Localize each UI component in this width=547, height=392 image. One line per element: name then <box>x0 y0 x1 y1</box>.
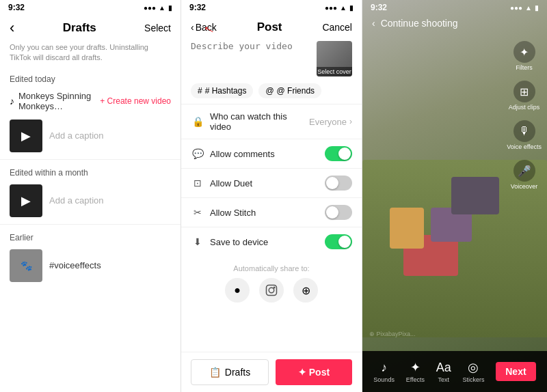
describe-row: Select cover <box>181 37 362 81</box>
allow-stitch-toggle[interactable] <box>325 205 352 220</box>
play-icon: ▶ <box>21 128 31 143</box>
text-label: Text <box>438 376 449 383</box>
setting-allow-duet: ⊡ Allow Duet <box>181 168 362 197</box>
save-to-device-label: Save to device <box>210 237 325 247</box>
wifi-icon: ▲ <box>159 4 165 12</box>
cushion-3 <box>390 208 424 249</box>
post-back-button[interactable]: ‹ Back <box>191 22 217 33</box>
chevron-left-icon: ‹ <box>191 22 194 33</box>
text-tool[interactable]: Aa Text <box>436 361 451 383</box>
drafts-select-button[interactable]: Select <box>144 23 171 33</box>
svg-point-2 <box>274 287 275 288</box>
voiceover-icon: 🎤 <box>513 160 535 182</box>
filters-tool[interactable]: ✦ Filters <box>513 41 535 71</box>
share-other-icon[interactable]: ⊕ <box>293 278 318 303</box>
post-action-bar: 📋 Drafts ✦ Post <box>181 352 362 392</box>
voice-effects-label: Voice effects <box>507 143 542 150</box>
stickers-tool[interactable]: ◎ Stickers <box>462 360 484 383</box>
filters-icon: ✦ <box>513 41 535 63</box>
draft-caption-month: Add a caption <box>49 195 104 206</box>
select-cover-label: Select cover <box>317 67 352 76</box>
draft-thumbnail-earlier: 🐾 <box>10 249 42 282</box>
sounds-tool[interactable]: ♪ Sounds <box>373 361 395 383</box>
duet-icon: ⊡ <box>191 178 204 188</box>
draft-item-month[interactable]: ▶ Add a caption <box>0 180 181 221</box>
friends-label: @ Friends <box>277 86 315 96</box>
status-bar-post: 9:32 ●●● ▲ ▮ <box>181 0 362 15</box>
status-icons-drafts: ●●● ▲ ▮ <box>144 4 172 12</box>
describe-input[interactable] <box>191 41 311 61</box>
voiceover-tool[interactable]: 🎤 Voiceover <box>511 160 538 190</box>
camera-back-button[interactable]: ‹ <box>372 18 375 29</box>
next-button[interactable]: Next <box>496 362 535 381</box>
play-icon-month: ▶ <box>21 193 31 208</box>
status-time-post: 9:32 <box>189 3 206 12</box>
draft-item-earlier[interactable]: 🐾 #voiceeffects <box>0 245 181 286</box>
cancel-button[interactable]: Cancel <box>322 22 352 33</box>
earlier-thumb-icon: 🐾 <box>21 260 32 271</box>
camera-top-bar: ‹ Continue shooting <box>362 15 547 31</box>
effects-tool[interactable]: ✦ Effects <box>406 360 425 383</box>
setting-who-can-watch[interactable]: 🔒 Who can watch this video Everyone › <box>181 104 362 139</box>
camera-status-time: 9:32 <box>371 3 387 12</box>
watermark: ⊕ PixabayPixa... <box>369 331 416 337</box>
cushion-4 <box>451 177 499 214</box>
drafts-action-button[interactable]: 📋 Drafts <box>191 359 269 385</box>
stitch-icon: ✂ <box>191 207 204 218</box>
draft-thumbnail-today: ▶ <box>10 120 42 152</box>
allow-comments-toggle[interactable] <box>325 146 352 161</box>
voice-effects-tool[interactable]: 🎙 Voice effects <box>507 120 542 150</box>
post-title: Post <box>257 20 282 34</box>
song-row: ♪ Monkeys Spinning Monkeys… + Create new… <box>0 87 181 115</box>
lock-icon: 🔒 <box>191 116 204 127</box>
svg-rect-0 <box>267 285 277 296</box>
drafts-back-button[interactable]: ‹ <box>10 19 14 37</box>
chevron-right-icon: › <box>349 117 352 126</box>
draft-thumbnail-month: ▶ <box>10 184 42 217</box>
hashtags-button[interactable]: # # Hashtags <box>191 83 253 98</box>
friends-button[interactable]: @ @ Friends <box>258 83 321 98</box>
camera-status-bar: 9:32 ●●● ▲ ▮ <box>362 0 547 15</box>
camera-signal-icon: ●●● <box>510 4 522 12</box>
save-icon: ⬇ <box>191 236 204 247</box>
post-panel: 9:32 ●●● ▲ ▮ ‹ Back Post Cancel Select c… <box>181 0 362 392</box>
adjust-clips-icon: ⊞ <box>513 81 535 102</box>
divider-1 <box>0 159 181 160</box>
create-new-video-button[interactable]: + Create new video <box>100 96 171 106</box>
effects-icon: ✦ <box>410 360 421 375</box>
battery-icon: ▮ <box>168 4 172 12</box>
stickers-icon: ◎ <box>468 360 479 375</box>
share-circle-icon[interactable]: ● <box>225 278 250 303</box>
drafts-panel: 9:32 ●●● ▲ ▮ ‹ Drafts Select Only you ca… <box>0 0 181 392</box>
share-instagram-icon[interactable] <box>259 278 284 303</box>
back-label: Back <box>196 22 217 33</box>
signal-icon: ●●● <box>144 4 156 12</box>
adjust-clips-tool[interactable]: ⊞ Adjust clips <box>509 81 540 111</box>
who-watch-value: Everyone <box>309 117 347 127</box>
draft-item-today[interactable]: ▶ Add a caption <box>0 115 181 156</box>
effects-label: Effects <box>406 376 425 383</box>
camera-status-icons: ●●● ▲ ▮ <box>510 4 539 12</box>
who-watch-label: Who can watch this video <box>210 111 309 132</box>
post-nav-bar: ‹ Back Post Cancel <box>181 15 362 37</box>
cover-thumbnail[interactable]: Select cover <box>317 41 352 76</box>
signal-icon-post: ●●● <box>325 4 337 12</box>
allow-comments-label: Allow comments <box>210 149 325 159</box>
text-icon: Aa <box>436 361 451 375</box>
filters-label: Filters <box>516 64 533 71</box>
setting-allow-stitch: ✂ Allow Stitch <box>181 197 362 227</box>
sounds-icon: ♪ <box>381 361 387 375</box>
camera-panel: 9:32 ●●● ▲ ▮ ‹ Continue shooting ✦ Filte… <box>362 0 547 392</box>
voice-effects-icon: 🎙 <box>513 120 535 142</box>
drafts-icon: 📋 <box>209 367 221 378</box>
drafts-nav-bar: ‹ Drafts Select <box>0 15 181 41</box>
share-section: Automatically share to: ● ⊕ <box>181 256 362 307</box>
svg-point-1 <box>269 288 274 293</box>
camera-battery-icon: ▮ <box>535 4 539 12</box>
save-device-toggle[interactable] <box>325 234 352 249</box>
drafts-subtitle: Only you can see your drafts. Uninstalli… <box>0 41 181 69</box>
music-icon: ♪ <box>10 96 14 107</box>
hashtags-label: # Hashtags <box>205 86 247 96</box>
post-action-button[interactable]: ✦ Post <box>276 359 352 385</box>
allow-duet-toggle[interactable] <box>325 176 352 191</box>
